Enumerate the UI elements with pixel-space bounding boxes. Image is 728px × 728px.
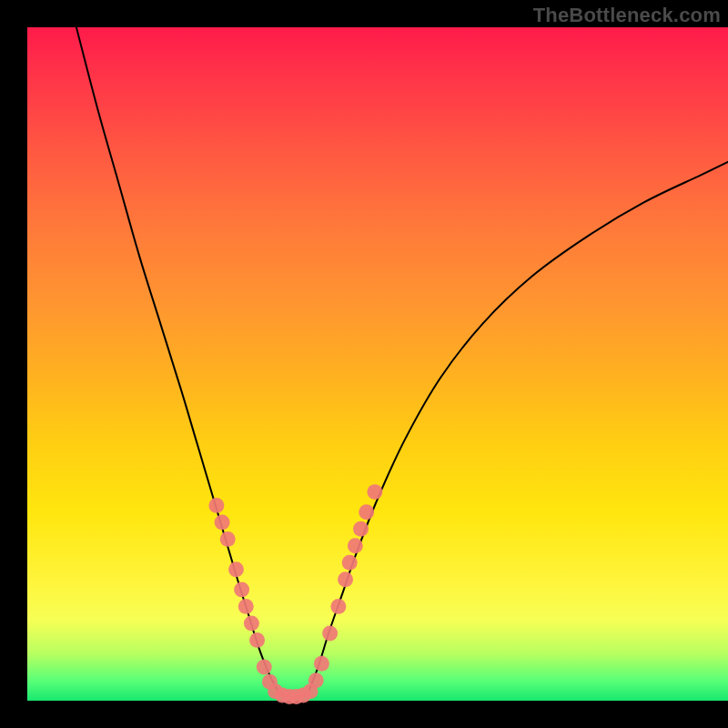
marker-dot [308, 672, 324, 688]
series-left-curve [76, 27, 279, 694]
marker-dot [359, 504, 374, 520]
marker-dot [314, 656, 329, 672]
marker-dot [228, 561, 244, 577]
marker-dot [208, 498, 224, 513]
marker-dot [238, 599, 254, 614]
marker-dot [257, 660, 272, 675]
marker-dot [342, 555, 358, 571]
chart-frame: TheBottleneck.com [0, 0, 728, 728]
curve-lines [76, 27, 728, 697]
marker-dot [234, 581, 249, 597]
chart-plot-area [27, 27, 728, 701]
marker-dot [353, 521, 369, 537]
marker-dot [322, 626, 338, 642]
marker-dot [244, 615, 259, 631]
marker-dot [215, 514, 230, 530]
chart-svg [27, 27, 728, 701]
marker-dot [348, 538, 363, 553]
highlight-dots [208, 484, 382, 704]
marker-dot [249, 632, 265, 648]
watermark-text: TheBottleneck.com [533, 4, 721, 27]
marker-dot [220, 531, 236, 547]
marker-dot [338, 571, 353, 587]
marker-dot [367, 484, 382, 500]
series-right-curve [308, 162, 728, 694]
marker-dot [330, 599, 346, 614]
